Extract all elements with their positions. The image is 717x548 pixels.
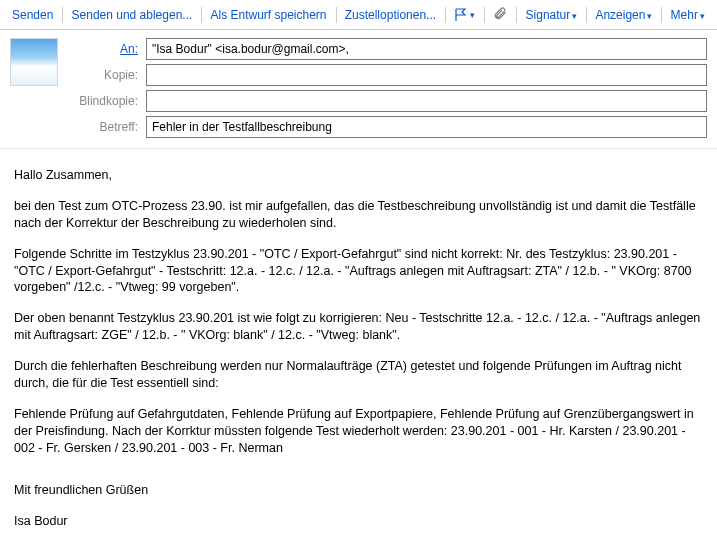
- message-body[interactable]: Hallo Zusammen, bei den Test zum OTC-Pro…: [0, 149, 717, 548]
- flag-icon[interactable]: ▾: [448, 5, 481, 24]
- bcc-label: Blindkopie:: [68, 94, 138, 108]
- body-paragraph: Durch die fehlerhaften Beschreibung werd…: [14, 358, 703, 392]
- save-draft-button[interactable]: Als Entwurf speichern: [204, 6, 332, 24]
- cc-label: Kopie:: [68, 68, 138, 82]
- body-paragraph: Mit freundlichen Grüßen: [14, 482, 703, 499]
- chevron-down-icon: ▾: [570, 11, 577, 21]
- send-button[interactable]: Senden: [6, 6, 59, 24]
- cc-field[interactable]: [146, 64, 707, 86]
- body-signature: Isa Bodur: [14, 513, 703, 530]
- subject-label: Betreff:: [68, 120, 138, 134]
- display-menu[interactable]: Anzeigen▾: [589, 6, 658, 24]
- subject-field[interactable]: [146, 116, 707, 138]
- send-and-file-button[interactable]: Senden und ablegen...: [66, 6, 199, 24]
- chevron-down-icon: ▾: [698, 11, 705, 21]
- more-menu[interactable]: Mehr▾: [665, 6, 711, 24]
- body-paragraph: Hallo Zusammen,: [14, 167, 703, 184]
- delivery-options-button[interactable]: Zustelloptionen...: [339, 6, 442, 24]
- toolbar: Senden Senden und ablegen... Als Entwurf…: [0, 0, 717, 30]
- avatar: [10, 38, 58, 86]
- attachment-icon[interactable]: [487, 4, 513, 25]
- chevron-down-icon: ▾: [645, 11, 652, 21]
- body-paragraph: Der oben benannt Testzyklus 23.90.201 is…: [14, 310, 703, 344]
- bcc-field[interactable]: [146, 90, 707, 112]
- to-label[interactable]: An:: [68, 42, 138, 56]
- body-paragraph: Fehlende Prüfung auf Gefahrgutdaten, Feh…: [14, 406, 703, 457]
- body-paragraph: bei den Test zum OTC-Prozess 23.90. ist …: [14, 198, 703, 232]
- header-fields: An: Kopie: Blindkopie: Betreff:: [0, 30, 717, 149]
- body-paragraph: Folgende Schritte im Testzyklus 23.90.20…: [14, 246, 703, 297]
- to-field[interactable]: [146, 38, 707, 60]
- chevron-down-icon: ▾: [468, 10, 475, 20]
- signature-menu[interactable]: Signatur▾: [520, 6, 584, 24]
